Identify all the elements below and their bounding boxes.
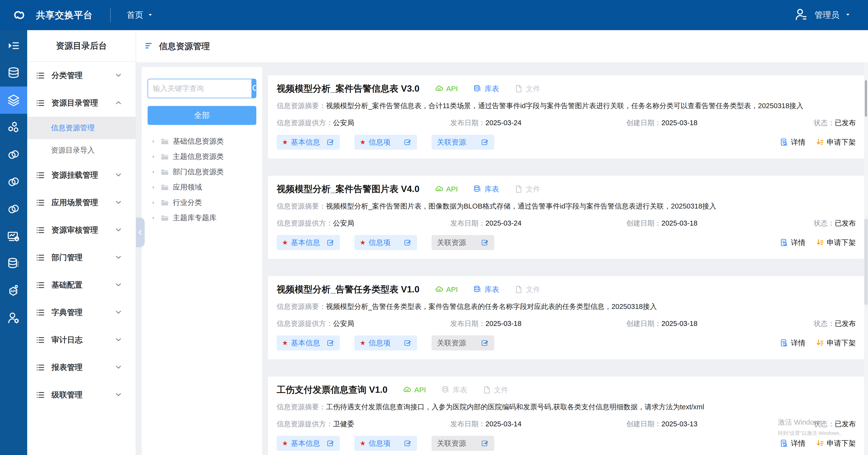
sidebar-item[interactable]: 报表管理 (27, 354, 136, 381)
tree-node[interactable]: 应用领域 (148, 180, 256, 195)
unpublish-button[interactable]: 申请下架 (815, 137, 856, 147)
related-resource-button[interactable]: 关联资源 (432, 335, 494, 350)
edit-icon[interactable] (480, 339, 489, 347)
sidebar-item[interactable]: 基础配置 (27, 271, 136, 299)
edit-icon[interactable] (326, 238, 335, 247)
list-icon (35, 225, 45, 235)
sidebar-item-label: 资源审核管理 (52, 225, 98, 235)
search-button[interactable] (251, 79, 256, 98)
required-star-icon: ★ (282, 439, 288, 447)
sidebar-item[interactable]: 部门管理 (27, 244, 136, 271)
rail-item-layers[interactable] (0, 87, 27, 114)
edit-icon[interactable] (403, 439, 412, 448)
nav-home[interactable]: 首页 (127, 9, 153, 21)
svg-text:API: API (405, 389, 409, 391)
sidebar-item[interactable]: 资源审核管理 (27, 216, 136, 244)
basic-info-button[interactable]: ★ 基本信息 (277, 235, 340, 250)
edit-icon[interactable] (480, 238, 489, 247)
resource-status: 状态：已发布 (814, 118, 856, 128)
detail-button[interactable]: 详情 (780, 137, 805, 147)
tree-node[interactable]: 基础信息资源类 (148, 134, 256, 149)
edit-icon[interactable] (480, 439, 489, 448)
sidebar-item[interactable]: 字典管理 (27, 299, 136, 326)
page-header: 信息资源管理 (136, 30, 868, 62)
tree-node[interactable]: 行业分类 (148, 195, 256, 210)
resource-publish-date: 发布日期：2025-03-14 (450, 419, 626, 429)
all-filter-button[interactable]: 全部 (148, 106, 256, 125)
rail-item-database[interactable] (0, 59, 27, 87)
rail-item-hexagon-cluster[interactable] (0, 114, 27, 141)
info-item-button[interactable]: ★ 信息项 (354, 335, 417, 350)
chevron-down-icon (114, 253, 123, 262)
chevron-up-icon (114, 98, 123, 108)
chevron-down-icon (114, 226, 123, 235)
edit-icon (403, 339, 412, 347)
sidebar-item[interactable]: 级联管理 (27, 381, 136, 408)
brand-title: 共享交换平台 (36, 9, 93, 21)
user-icon (794, 7, 808, 22)
rail-item-exchange[interactable] (0, 195, 27, 223)
hexagon-cluster-icon (7, 120, 21, 134)
sidebar-item[interactable]: 资源目录管理 (27, 89, 136, 117)
scrollbar-thumb[interactable] (865, 80, 867, 117)
unpublish-button[interactable]: 申请下架 (815, 238, 856, 248)
basic-info-button[interactable]: ★ 基本信息 (277, 135, 340, 150)
user-menu[interactable]: 管理员 (794, 7, 851, 23)
resource-provider: 信息资源提供方：卫健委 (277, 419, 450, 429)
database-sync-icon (7, 257, 21, 270)
related-resource-button[interactable]: 关联资源 (432, 235, 494, 250)
resource-publish-date: 发布日期：2025-03-24 (450, 118, 626, 128)
info-item-button[interactable]: ★ 信息项 (354, 436, 417, 451)
edit-icon[interactable] (403, 238, 412, 247)
required-star-icon: ★ (282, 138, 288, 146)
scrollbar-thumb[interactable] (864, 219, 868, 305)
list-icon (35, 280, 45, 290)
info-item-button[interactable]: ★ 信息项 (354, 135, 417, 150)
file-tag-icon (514, 184, 523, 194)
tree-node[interactable]: 部门信息资源类 (148, 164, 256, 180)
sidebar-collapse-handle[interactable] (136, 218, 145, 247)
status-badge: 已发布 (835, 219, 856, 227)
folder-icon (160, 198, 169, 207)
rail-item-exchange[interactable] (0, 168, 27, 195)
rail-item-api[interactable]: API (0, 277, 27, 304)
sidebar-item-label: 字典管理 (52, 307, 83, 318)
sidebar-item[interactable]: 审计日志 (27, 326, 136, 354)
rail-item-report-settings[interactable] (0, 223, 27, 250)
sidebar-subitem[interactable]: 信息资源管理 (27, 117, 136, 139)
edit-icon[interactable] (480, 138, 489, 146)
related-resource-button[interactable]: 关联资源 (432, 135, 494, 150)
rail-item-user-settings[interactable] (0, 304, 27, 332)
detail-button[interactable]: 详情 (780, 438, 805, 449)
sidebar-item[interactable]: 分类管理 (27, 62, 136, 89)
basic-info-button[interactable]: ★ 基本信息 (277, 335, 340, 350)
edit-icon[interactable] (326, 439, 335, 448)
related-resource-button[interactable]: 关联资源 (432, 436, 494, 451)
tree-node-label: 主题库专题库 (173, 213, 217, 223)
tree-node[interactable]: 主题信息资源类 (148, 149, 256, 164)
rail-item-exchange[interactable] (0, 141, 27, 168)
chevron-down-icon (114, 253, 123, 261)
folder-icon (160, 214, 169, 222)
basic-info-button[interactable]: ★ 基本信息 (277, 436, 340, 451)
sidebar-subitem[interactable]: 资源目录导入 (27, 139, 136, 161)
chevron-down-icon (114, 335, 123, 344)
rail-item-collapse-menu[interactable] (0, 32, 27, 59)
resource-create-date: 创建日期：2025-03-13 (626, 419, 814, 429)
rail-item-database-sync[interactable] (0, 250, 27, 277)
unpublish-button[interactable]: 申请下架 (815, 438, 856, 449)
sidebar-item[interactable]: 资源挂载管理 (27, 161, 136, 189)
sidebar-item[interactable]: 应用场景管理 (27, 189, 136, 216)
search-input[interactable] (148, 84, 251, 93)
info-item-button[interactable]: ★ 信息项 (354, 235, 417, 250)
edit-icon[interactable] (326, 339, 335, 347)
edit-icon[interactable] (403, 138, 412, 146)
unpublish-button[interactable]: 申请下架 (815, 338, 856, 348)
detail-button[interactable]: 详情 (780, 338, 805, 348)
chevron-down-icon (114, 198, 123, 206)
tree-node[interactable]: 主题库专题库 (148, 210, 256, 226)
edit-icon[interactable] (403, 339, 412, 347)
edit-icon[interactable] (326, 138, 335, 146)
detail-button[interactable]: 详情 (780, 238, 805, 248)
chevron-up-icon (114, 98, 123, 107)
